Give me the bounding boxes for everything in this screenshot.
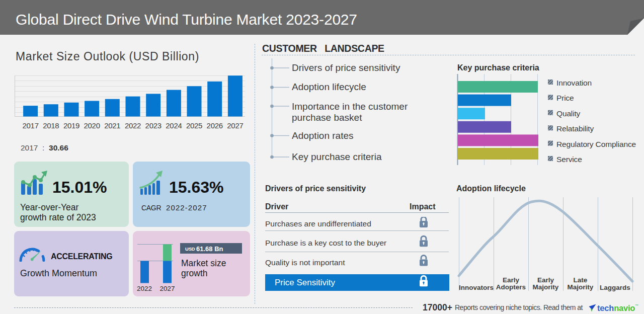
svg-text:2026: 2026 bbox=[207, 121, 223, 130]
svg-text:2018: 2018 bbox=[43, 121, 59, 130]
svg-text:2017: 2017 bbox=[23, 121, 39, 130]
svg-text:2022: 2022 bbox=[125, 121, 141, 130]
svg-text:2023: 2023 bbox=[145, 121, 162, 130]
svg-text:2027: 2027 bbox=[227, 121, 243, 130]
svg-text:2025: 2025 bbox=[186, 121, 202, 130]
svg-text:2020: 2020 bbox=[84, 121, 100, 130]
svg-text:2021: 2021 bbox=[104, 121, 120, 130]
svg-text:2019: 2019 bbox=[63, 121, 79, 130]
svg-text:2024: 2024 bbox=[166, 121, 182, 130]
